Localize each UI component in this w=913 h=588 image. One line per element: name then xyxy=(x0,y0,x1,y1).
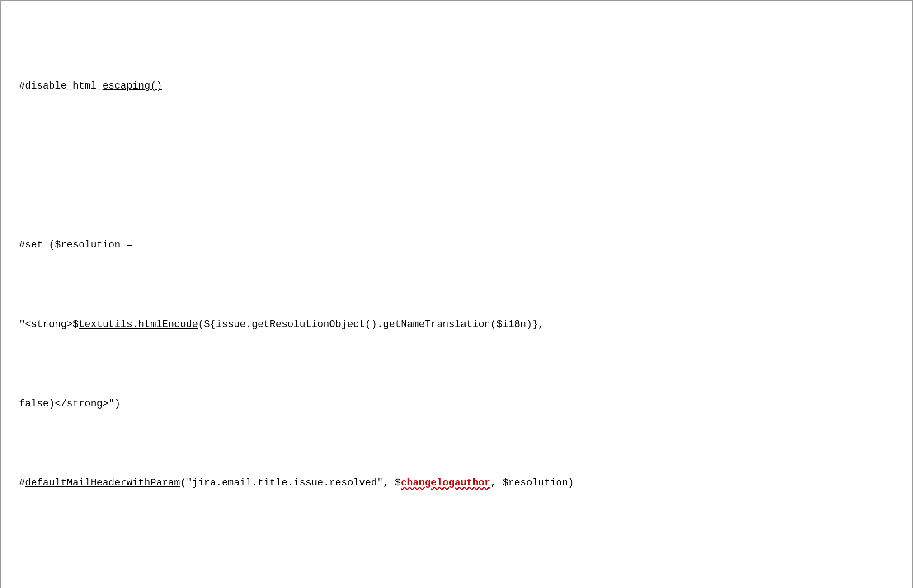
code-text: #disable_html_ xyxy=(19,80,103,92)
code-editor: #disable_html_escaping() #set ($resoluti… xyxy=(0,0,913,588)
code-line-6: #defaultMailHeaderWithParam("jira.email.… xyxy=(19,475,894,491)
code-text: changelogauthor xyxy=(401,477,490,489)
code-line-empty xyxy=(19,555,894,570)
code-text: #set ($resolution = xyxy=(19,239,132,251)
code-text: escaping() xyxy=(103,80,162,92)
code-text: false)</strong>") xyxy=(19,398,120,410)
code-line-5: false)</strong>") xyxy=(19,396,894,412)
code-content: #disable_html_escaping() #set ($resoluti… xyxy=(19,14,894,588)
code-text: (${issue.getResolutionObject().getNameTr… xyxy=(198,319,544,330)
code-line-empty xyxy=(19,158,894,173)
code-text: , $resolution) xyxy=(490,477,574,489)
code-text: # xyxy=(19,477,25,489)
code-text: defaultMailHeaderWithParam xyxy=(25,477,180,489)
code-text: textutils.htmlEncode xyxy=(79,319,198,330)
code-line-4: "<strong>$textutils.htmlEncode(${issue.g… xyxy=(19,317,894,332)
code-text: ("jira.email.title.issue.resolved", $ xyxy=(180,477,400,489)
code-text: "<strong>$ xyxy=(19,319,79,330)
code-line-1: #disable_html_escaping() xyxy=(19,78,894,94)
code-line-3: #set ($resolution = xyxy=(19,237,894,253)
